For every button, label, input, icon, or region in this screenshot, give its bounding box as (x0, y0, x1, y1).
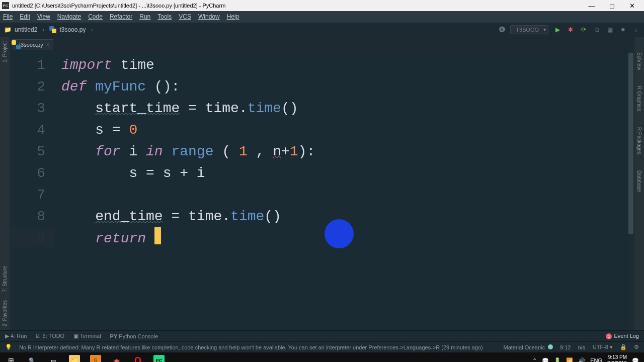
tray-volume-icon[interactable]: 🔊 (578, 357, 585, 363)
run-button[interactable]: ▶ (553, 26, 561, 33)
cursor-highlight-overlay (325, 219, 354, 248)
maximize-button[interactable]: ◻ (602, 2, 622, 10)
tool-python-console[interactable]: PY Python Console (110, 333, 158, 339)
event-log[interactable]: 1Event Log (606, 333, 639, 339)
attach-button[interactable]: ▦ (606, 26, 614, 33)
tool-run[interactable]: ▶ 4: Run (5, 333, 27, 339)
start-button[interactable]: ⊞ (1, 352, 21, 362)
chevron-right-icon: › (42, 26, 44, 33)
tool-terminal[interactable]: ▣ Terminal (73, 333, 101, 339)
tool-rgraphics[interactable]: R Graphics (635, 82, 643, 115)
run-configuration-select[interactable]: T3SOOO (510, 25, 548, 34)
menu-tools[interactable]: Tools (157, 13, 172, 20)
right-tool-gutter: SciView R Graphics R Packages Database (634, 37, 644, 330)
tray-network-icon[interactable]: 📶 (566, 357, 573, 363)
tray-clock[interactable]: 9:13 PM 2/8/2019 (607, 354, 627, 362)
menu-help[interactable]: Help (227, 13, 239, 20)
editor-scrollbar[interactable] (628, 50, 634, 330)
stop-button[interactable]: ■ (619, 26, 627, 33)
cursor-position[interactable]: 9:12 (560, 344, 571, 350)
python-file-icon (49, 26, 56, 33)
debug-button[interactable]: ✱ (567, 26, 575, 33)
menu-window[interactable]: Window (198, 13, 220, 20)
menu-refactor[interactable]: Refactor (110, 13, 132, 20)
breadcrumb-project[interactable]: untitled2 (15, 26, 37, 33)
window-titlebar: PC untitled2 [C:\Users\t3so\PycharmProje… (0, 0, 644, 11)
tool-project[interactable]: 1: Project (1, 37, 9, 66)
windows-taskbar: ⊞ 🔍 ▭ 📁 S 🫖 O PC ⌃ 💬 🔋 📶 🔊 ENG 9:13 PM 2… (0, 352, 644, 362)
menu-edit[interactable]: Edit (20, 13, 30, 20)
opera-icon[interactable]: O (128, 352, 148, 362)
file-encoding[interactable]: UTF-8 ▾ (593, 344, 613, 350)
tray-language[interactable]: ENG (590, 357, 602, 362)
close-button[interactable]: ✕ (622, 2, 642, 10)
menu-view[interactable]: View (37, 13, 50, 20)
tray-battery-icon[interactable]: 🔋 (554, 357, 561, 363)
tray-notification-icon[interactable]: 💬 (542, 357, 549, 363)
navigation-bar: 📁 untitled2 › t3sooo.py › 🅡 T3SOOO ▶ ✱ ⟳… (0, 22, 644, 37)
tab-label: t3sooo.py (19, 42, 43, 48)
search-everywhere-button[interactable]: ⌕ (632, 26, 640, 33)
menu-code[interactable]: Code (88, 13, 103, 20)
menu-file[interactable]: File (3, 13, 13, 20)
lock-icon[interactable]: 🔒 (620, 344, 627, 350)
window-title: untitled2 [C:\Users\t3so\PycharmProjects… (12, 3, 225, 9)
theme-indicator[interactable]: Material Oceanic (504, 344, 553, 350)
pycharm-taskbar-icon[interactable]: PC (149, 352, 169, 362)
tool-rpackages[interactable]: R Packages (635, 123, 643, 158)
folder-icon: 📁 (4, 26, 12, 33)
code-editor[interactable]: 1 2 3 4 5 6 7 8 9 import time def myFunc… (10, 50, 634, 330)
close-tab-icon[interactable]: × (46, 42, 49, 48)
settings-icon[interactable]: ⚙ (634, 344, 639, 350)
tool-todo[interactable]: ☑ 6: TODO (36, 333, 64, 339)
search-button[interactable]: 🔍 (22, 352, 42, 362)
chevron-right-icon: › (91, 26, 93, 33)
minimize-button[interactable]: — (582, 2, 602, 10)
scroll-thumb[interactable] (628, 53, 633, 234)
tool-structure[interactable]: 7: Structure (1, 262, 9, 296)
tip-icon: 💡 (5, 344, 12, 350)
status-bar: 💡 No R interpreter defined: Many R relat… (0, 341, 644, 352)
file-explorer-icon[interactable]: 📁 (64, 352, 85, 362)
tool-database[interactable]: Database (635, 166, 643, 196)
menu-run[interactable]: Run (139, 13, 150, 20)
coverage-button[interactable]: ⟳ (580, 26, 588, 33)
sublime-icon[interactable]: S (86, 352, 106, 362)
tray-expand-icon[interactable]: ⌃ (532, 357, 537, 363)
line-numbers: 1 2 3 4 5 6 7 8 9 (10, 50, 54, 330)
breadcrumb-file[interactable]: t3sooo.py (59, 26, 86, 33)
app-icon: PC (2, 2, 9, 9)
menu-bar: File Edit View Navigate Code Refactor Ru… (0, 11, 644, 22)
bottom-tool-bar: ▶ 4: Run ☑ 6: TODO ▣ Terminal PY Python … (0, 330, 644, 341)
selection-info: n/a (578, 344, 585, 350)
left-tool-gutter: 1: Project 7: Structure 2: Favorites (0, 37, 10, 330)
menu-navigate[interactable]: Navigate (57, 13, 81, 20)
code-content[interactable]: import time def myFunc (): start_time = … (54, 50, 634, 330)
editor-tabs: t3sooo.py × (10, 37, 634, 50)
tool-favorites[interactable]: 2: Favorites (1, 296, 9, 330)
editor-tab[interactable]: t3sooo.py × (12, 39, 53, 50)
r-lang-icon[interactable]: 🅡 (499, 26, 505, 33)
action-center-icon[interactable]: 💬 (632, 357, 639, 363)
task-view-button[interactable]: ▭ (43, 352, 63, 362)
text-cursor (154, 227, 161, 244)
menu-vcs[interactable]: VCS (179, 13, 191, 20)
geany-icon[interactable]: 🫖 (107, 352, 127, 362)
tip-message[interactable]: No R interpreter defined: Many R related… (19, 344, 483, 350)
tool-sciview[interactable]: SciView (635, 48, 643, 74)
profile-button[interactable]: ⧉ (593, 26, 601, 33)
